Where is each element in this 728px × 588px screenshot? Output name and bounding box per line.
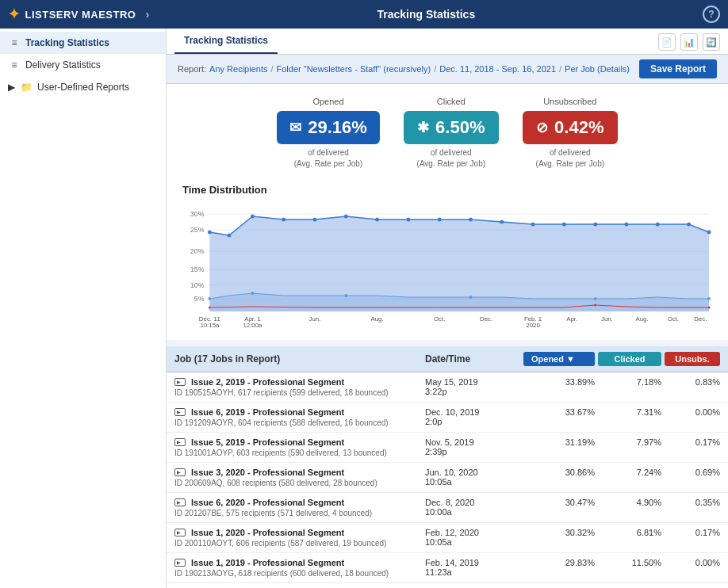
email-icon <box>174 408 186 416</box>
svg-text:Jun.: Jun. <box>309 315 321 323</box>
job-cell: Issue 1, 2019 - Professional Segment ID … <box>174 558 422 578</box>
job-sub: ID 191001AOYP, 603 recipients (590 deliv… <box>174 449 422 457</box>
job-time: 10:00a <box>425 507 520 517</box>
job-date: May 15, 2019 <box>425 377 520 387</box>
opened-icon: ✉ <box>289 119 301 136</box>
export-csv-button[interactable]: 📊 <box>680 33 698 51</box>
job-name: Issue 1, 2020 - Professional Segment <box>191 528 344 537</box>
job-sub: ID 200110AOYT, 606 recipients (587 deliv… <box>174 539 422 548</box>
job-time: 2:0p <box>425 417 520 426</box>
tab-action-icons: 📄 📊 🔄 <box>658 33 720 54</box>
sidebar-label-delivery: Delivery Statistics <box>25 59 101 71</box>
datetime-cell: Feb. 14, 2019 11:23a <box>425 558 520 577</box>
tab-tracking-statistics[interactable]: Tracking Statistics <box>174 29 278 54</box>
email-icon <box>174 529 186 536</box>
job-time: 10:05a <box>425 477 520 487</box>
refresh-button[interactable]: 🔄 <box>703 33 720 51</box>
svg-text:Jun.: Jun. <box>601 315 613 323</box>
clicked-cell: 11.50% <box>598 558 661 567</box>
save-report-button[interactable]: Save Report <box>639 59 717 78</box>
sidebar-item-delivery-statistics[interactable]: ≡ Delivery Statistics <box>0 54 166 76</box>
stat-card-opened: Opened ✉ 29.16% of delivered (Avg. Rate … <box>277 97 380 170</box>
job-sub: ID 200609AQ, 608 recipients (580 deliver… <box>174 479 422 487</box>
svg-point-12 <box>208 231 212 235</box>
job-sub: ID 190213AOYG, 618 recipients (600 deliv… <box>174 569 422 578</box>
opened-sub: of delivered (Avg. Rate per Job) <box>294 147 363 170</box>
datetime-cell: May 15, 2019 3:22p <box>425 377 520 396</box>
report-bar: Report: Any Recipients / Folder "Newslet… <box>167 55 728 84</box>
email-icon <box>174 468 186 476</box>
opened-cell: 29.83% <box>523 558 595 567</box>
table-row: Issue 5, 2019 - Professional Segment ID … <box>167 433 728 463</box>
job-sub: ID 190515AOYH, 617 recipients (599 deliv… <box>174 388 422 397</box>
table-row: Issue 1, 2020 - Professional Segment ID … <box>167 523 728 553</box>
sidebar-item-tracking-statistics[interactable]: ≡ Tracking Statistics <box>0 32 166 54</box>
datetime-cell: Feb. 12, 2020 10:05a <box>425 528 520 547</box>
svg-text:Aug.: Aug. <box>636 315 649 323</box>
chart-section: Time Distribution 30% 25% 20% 15% 10% 5% <box>167 176 728 340</box>
page-title: Tracking Statistics <box>150 8 703 21</box>
svg-point-24 <box>562 223 566 227</box>
table-row: Issue 2, 2019 - Professional Segment ID … <box>167 372 728 403</box>
stat-card-clicked: Clicked ✱ 6.50% of delivered (Avg. Rate … <box>404 97 499 170</box>
time-distribution-chart: 30% 25% 20% 15% 10% 5% <box>182 202 712 329</box>
job-cell: Issue 1, 2020 - Professional Segment ID … <box>174 528 422 548</box>
sidebar-item-user-defined-reports[interactable]: ▶ 📁 User-Defined Reports <box>0 76 166 98</box>
svg-text:Apr.: Apr. <box>566 315 577 323</box>
app-name: LISTSERV MAESTRO <box>25 9 136 21</box>
table-row: Issue 1, 2019 - Professional Segment ID … <box>167 553 728 583</box>
job-date: Nov. 5, 2019 <box>425 437 520 447</box>
job-time: 11:23a <box>425 567 520 577</box>
sep1: / <box>270 64 273 74</box>
opened-sort-button[interactable]: Opened ▼ <box>523 352 595 366</box>
table-row: Issue 6, 2020 - Professional Segment ID … <box>167 493 728 523</box>
folder-link[interactable]: Folder "Newsletters - Staff" (recursivel… <box>277 64 431 74</box>
table-row: Issue 3, 2019 - Professional Segment ID … <box>167 583 728 588</box>
datetime-column-header: Date/Time <box>425 353 520 365</box>
chart-title: Time Distribution <box>182 184 712 196</box>
email-icon <box>174 559 186 567</box>
tracking-statistics-icon: ≡ <box>8 37 21 48</box>
unsubs-sort-button[interactable]: Unsubs. <box>665 352 720 366</box>
unsub-badge: ⊘ 0.42% <box>523 111 618 144</box>
app-logo: ✦ LISTSERV MAESTRO › <box>8 6 150 23</box>
unsub-sub: of delivered (Avg. Rate per Job) <box>536 147 605 170</box>
opened-cell: 30.47% <box>523 498 595 507</box>
report-filter-text: Report: Any Recipients / Folder "Newslet… <box>178 64 630 74</box>
user-reports-icon: 📁 <box>20 82 33 93</box>
svg-point-23 <box>531 223 535 227</box>
clicked-cell: 7.18% <box>598 377 661 387</box>
per-job-link[interactable]: Per Job (Details) <box>565 64 630 74</box>
svg-point-20 <box>438 218 442 222</box>
svg-point-34 <box>594 297 597 300</box>
opened-cell: 30.32% <box>523 528 595 537</box>
svg-point-19 <box>406 218 410 222</box>
unsubs-cell: 0.17% <box>665 437 720 447</box>
clicked-label: Clicked <box>437 97 466 106</box>
sep3: / <box>559 64 561 74</box>
svg-text:Oct.: Oct. <box>434 315 445 323</box>
svg-point-30 <box>208 297 211 300</box>
content-area: Tracking Statistics 📄 📊 🔄 Report: Any Re… <box>167 29 728 588</box>
svg-text:2020: 2020 <box>526 322 540 329</box>
sep2: / <box>434 64 436 74</box>
job-date: Jun. 10, 2020 <box>425 468 520 477</box>
stat-card-unsubscribed: Unsubscribed ⊘ 0.42% of delivered (Avg. … <box>523 97 618 170</box>
any-recipients-link[interactable]: Any Recipients <box>209 64 267 74</box>
job-name: Issue 5, 2019 - Professional Segment <box>191 437 344 447</box>
sidebar-label-tracking: Tracking Statistics <box>25 37 109 48</box>
help-button[interactable]: ? <box>703 6 720 23</box>
export-pdf-button[interactable]: 📄 <box>658 33 676 51</box>
svg-point-13 <box>227 234 231 238</box>
svg-text:Aug.: Aug. <box>371 315 384 323</box>
clicked-sort-button[interactable]: Clicked <box>598 352 661 366</box>
table-row: Issue 6, 2019 - Professional Segment ID … <box>167 403 728 433</box>
clicked-cell: 7.97% <box>598 437 661 447</box>
job-sub: ID 201207BE, 575 recipients (571 deliver… <box>174 509 422 517</box>
datetime-cell: Dec. 8, 2020 10:00a <box>425 498 520 517</box>
job-name: Issue 6, 2020 - Professional Segment <box>191 498 344 507</box>
date-range-link[interactable]: Dec. 11, 2018 - Sep. 16, 2021 <box>439 64 556 74</box>
clicked-icon: ✱ <box>417 119 429 136</box>
svg-point-38 <box>708 307 711 309</box>
svg-point-14 <box>251 215 255 219</box>
